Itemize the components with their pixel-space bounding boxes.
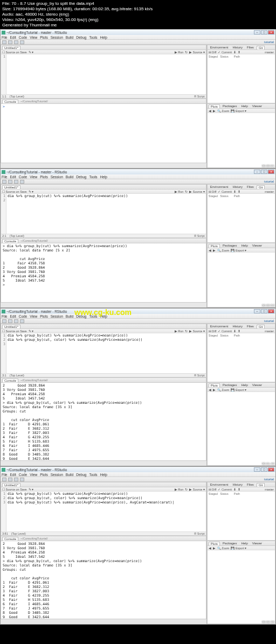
branch-label[interactable]: master bbox=[265, 51, 274, 54]
source-button[interactable]: ▶ Source ▾ bbox=[189, 51, 205, 54]
push-icon[interactable]: ⬆ bbox=[238, 51, 240, 54]
menu-debug[interactable]: Debug bbox=[76, 36, 86, 39]
frame-timestamp: 00:00:01 bbox=[262, 164, 274, 167]
tab-packages[interactable]: Packages bbox=[221, 104, 238, 108]
prev-plot-icon[interactable]: ◀ bbox=[209, 109, 211, 113]
commit-button[interactable]: ✓ Commit bbox=[218, 51, 231, 54]
menu-tools[interactable]: Tools bbox=[89, 36, 97, 39]
menu-plots[interactable]: Plots bbox=[40, 36, 47, 39]
save-icon[interactable] bbox=[14, 40, 18, 44]
code-editor[interactable]: 1 bbox=[1, 54, 206, 94]
menu-session[interactable]: Session bbox=[51, 36, 63, 39]
close-button[interactable]: × bbox=[268, 30, 274, 34]
project-selector[interactable]: tutorial bbox=[264, 40, 274, 44]
menu-file[interactable]: File bbox=[2, 36, 7, 39]
print-icon[interactable] bbox=[20, 40, 24, 44]
main-toolbar: tutorial bbox=[1, 40, 275, 45]
zoom-button[interactable]: 🔍 Zoom bbox=[217, 109, 230, 113]
open-file-icon[interactable] bbox=[8, 40, 12, 44]
tab-environment[interactable]: Environment bbox=[209, 46, 230, 49]
tab-git[interactable]: Git bbox=[257, 46, 265, 50]
rstudio-window-3: ~/ConsultingTutorial - master - RStudio–… bbox=[0, 308, 276, 466]
minimize-button[interactable]: – bbox=[254, 30, 260, 34]
tab-help[interactable]: Help bbox=[239, 104, 249, 108]
line-gutter: 1 bbox=[1, 54, 6, 94]
wand-icon[interactable]: ✎ ▾ bbox=[29, 51, 34, 54]
window-title: ~/ConsultingTutorial - master - RStudio bbox=[5, 31, 254, 34]
code-editor[interactable]: 1 2 dia %>% group_by(cut) %>% summarize(… bbox=[1, 194, 206, 234]
console[interactable]: 2 Good 3928.864 3 Very Good 3981.760 4 P… bbox=[1, 383, 206, 460]
maximize-button[interactable]: □ bbox=[261, 30, 267, 34]
tab-history[interactable]: History bbox=[231, 46, 244, 49]
environment-pane: Environment History Files Git ⊞ Diff ✓ C… bbox=[207, 45, 275, 103]
app-icon bbox=[2, 31, 5, 34]
console[interactable]: > dia %>% group_by(cut) %>% summarize(Av… bbox=[1, 243, 206, 302]
menu-help[interactable]: Help bbox=[100, 36, 107, 39]
console-pane: Console ~/ConsultingTutorial/ > bbox=[1, 99, 206, 163]
rstudio-window-2: ~/ConsultingTutorial - master - RStudio–… bbox=[0, 169, 276, 308]
rerun-icon[interactable]: ↻ bbox=[185, 51, 188, 54]
code-editor[interactable]: 1 2 3 dia %>% group_by(cut) %>% summariz… bbox=[1, 492, 206, 531]
console-tab[interactable]: Console bbox=[2, 100, 18, 103]
menu-code[interactable]: Code bbox=[19, 36, 27, 39]
tab-viewer[interactable]: Viewer bbox=[251, 104, 264, 108]
new-file-icon[interactable] bbox=[2, 40, 6, 44]
source-pane: Untitled1* ☐ Source on Save ✎ ▾ ▶ Run ↻ … bbox=[1, 45, 206, 99]
source-on-save[interactable]: ☐ Source on Save bbox=[2, 51, 27, 54]
rstudio-window-1: ~/ConsultingTutorial - master - RStudio … bbox=[0, 29, 276, 169]
tab-files[interactable]: Files bbox=[245, 46, 256, 49]
video-metadata-header: File: 70 - 8.7 Use group_by to split the… bbox=[0, 0, 276, 29]
source-tab[interactable]: Untitled1* bbox=[2, 46, 20, 50]
plots-pane: Plots Packages Help Viewer ◀ ▶ 🔍 Zoom 💾 … bbox=[207, 103, 275, 168]
titlebar[interactable]: ~/ConsultingTutorial - master - RStudio … bbox=[1, 30, 275, 35]
menu-edit[interactable]: Edit bbox=[10, 36, 16, 39]
diff-button[interactable]: ⊞ Diff bbox=[209, 51, 217, 54]
rstudio-window-4: ~/ConsultingTutorial - master - RStudio–… bbox=[0, 466, 276, 625]
menu-build[interactable]: Build bbox=[66, 36, 73, 39]
code-editor[interactable]: 1 2 3 dia %>% group_by(cut) %>% summariz… bbox=[1, 333, 206, 373]
run-button[interactable]: ▶ Run bbox=[175, 51, 184, 54]
next-plot-icon[interactable]: ▶ bbox=[213, 109, 216, 113]
tab-plots[interactable]: Plots bbox=[209, 104, 220, 108]
console[interactable]: 2 Good 3928.864 3 Very Good 3981.760 4 P… bbox=[1, 541, 206, 619]
export-button[interactable]: 💾 Export ▾ bbox=[231, 109, 246, 113]
menubar: File Edit Code View Plots Session Build … bbox=[1, 35, 275, 40]
pull-icon[interactable]: ⬇ bbox=[233, 51, 236, 54]
console[interactable]: > bbox=[1, 104, 206, 163]
menu-view[interactable]: View bbox=[30, 36, 37, 39]
